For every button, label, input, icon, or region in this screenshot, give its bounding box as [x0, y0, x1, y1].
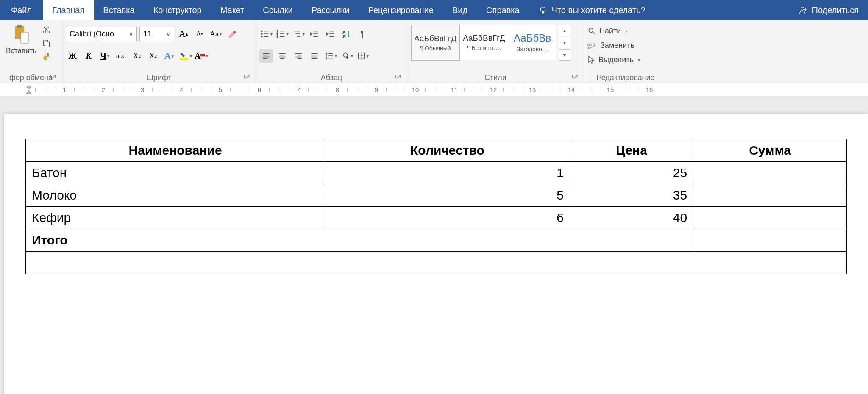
style-sample: АаБбВвГгД — [414, 34, 456, 43]
cell-name[interactable]: Батон — [26, 162, 325, 184]
cut-icon[interactable] — [41, 25, 52, 36]
highlight-button[interactable]: ▾ — [178, 49, 192, 63]
strikethrough-button[interactable]: abc — [114, 49, 128, 63]
svg-point-6 — [47, 31, 50, 33]
ribbon-tabs: Файл Главная Вставка Конструктор Макет С… — [0, 0, 868, 20]
tab-references[interactable]: Ссылки — [253, 0, 302, 20]
indent-marker-icon[interactable] — [25, 83, 34, 96]
table-row[interactable]: Кефир640 — [26, 207, 847, 229]
cursor-icon — [587, 55, 595, 64]
group-styles: АаБбВвГгД ¶ Обычный АаБбВвГгД ¶ Без инте… — [407, 20, 584, 83]
subscript-button[interactable]: X2 — [130, 49, 144, 63]
tab-review[interactable]: Рецензирование — [359, 0, 442, 20]
bold-button[interactable]: Ж — [66, 49, 79, 63]
bullets-button[interactable]: ▾ — [259, 27, 273, 41]
styles-expand[interactable]: ▾ — [559, 49, 570, 61]
replace-button[interactable]: abac Заменить — [587, 38, 634, 53]
text-effects-button[interactable]: A▾ — [162, 49, 176, 63]
italic-button[interactable]: К — [82, 49, 95, 63]
justify-button[interactable] — [308, 49, 321, 63]
share-icon — [798, 6, 808, 15]
cell-sum[interactable] — [693, 207, 847, 229]
align-left-button[interactable] — [259, 49, 273, 63]
chevron-down-icon: ∨ — [166, 31, 170, 37]
tab-insert[interactable]: Вставка — [94, 0, 144, 20]
table-row[interactable]: Молоко535 — [26, 184, 847, 207]
cell-price[interactable]: 25 — [570, 162, 693, 184]
page[interactable]: Наименование Количество Цена Сумма Батон… — [4, 114, 868, 394]
tab-mailings[interactable]: Рассылки — [302, 0, 359, 20]
style-no-spacing[interactable]: АаБбВвГгД ¶ Без инте… — [460, 25, 508, 60]
underline-button[interactable]: Ч▾ — [98, 49, 111, 63]
data-table[interactable]: Наименование Количество Цена Сумма Батон… — [25, 139, 847, 274]
clipboard-launcher-icon[interactable] — [50, 75, 57, 81]
superscript-button[interactable]: X2 — [146, 49, 160, 63]
cell-price[interactable]: 40 — [570, 207, 693, 229]
cell-qty[interactable]: 5 — [325, 184, 570, 207]
replace-icon: abac — [587, 42, 597, 49]
cell-name[interactable]: Кефир — [26, 207, 325, 229]
cell-sum[interactable] — [693, 162, 847, 184]
borders-button[interactable]: ▾ — [356, 49, 370, 63]
increase-indent-button[interactable] — [324, 27, 337, 41]
cell-price[interactable]: 35 — [570, 184, 693, 207]
cell-total-label[interactable]: Итого — [26, 229, 693, 252]
show-marks-button[interactable]: ¶ — [356, 27, 370, 41]
select-label: Выделить — [598, 55, 634, 64]
sort-button[interactable]: AЯ — [340, 27, 353, 41]
font-name-select[interactable]: Calibri (Осно ∨ — [66, 27, 137, 41]
cell-qty[interactable]: 1 — [325, 162, 570, 184]
share-label: Поделиться — [812, 6, 859, 15]
align-center-button[interactable] — [275, 49, 289, 63]
style-sample: АаБбВвГгД — [463, 33, 505, 43]
tab-view[interactable]: Вид — [443, 0, 477, 20]
style-normal[interactable]: АаБбВвГгД ¶ Обычный — [411, 25, 460, 61]
select-button[interactable]: Выделить▾ — [587, 53, 640, 67]
cell-name[interactable]: Молоко — [26, 184, 325, 207]
tab-design[interactable]: Конструктор — [144, 0, 211, 20]
change-case-button[interactable]: Aa▾ — [209, 27, 223, 41]
style-heading1[interactable]: АаБбВв Заголово… — [508, 25, 556, 60]
shading-button[interactable]: ▾ — [340, 49, 353, 63]
format-painter-icon[interactable] — [41, 52, 52, 63]
find-button[interactable]: Найти▾ — [587, 24, 627, 38]
cell-qty[interactable]: 6 — [325, 207, 570, 229]
font-color-button[interactable]: A▾ — [195, 49, 208, 63]
shrink-font-button[interactable]: A▾ — [193, 27, 206, 41]
decrease-indent-button[interactable] — [308, 27, 321, 41]
tell-me[interactable]: Что вы хотите сделать? — [529, 0, 655, 20]
cell-empty[interactable] — [26, 252, 847, 274]
table-empty-row[interactable] — [26, 252, 847, 274]
group-editing-label: Редактирование — [596, 73, 654, 82]
svg-point-12 — [261, 31, 262, 32]
styles-scroll-up[interactable]: ▴ — [559, 25, 570, 36]
tab-help[interactable]: Справка — [477, 0, 529, 20]
grow-font-button[interactable]: A▴ — [177, 27, 190, 41]
font-size-select[interactable]: 11 ∨ — [139, 27, 174, 41]
style-name: ¶ Обычный — [420, 45, 451, 52]
table-total-row[interactable]: Итого — [26, 229, 847, 252]
styles-launcher-icon[interactable] — [572, 75, 579, 81]
share-button[interactable]: Поделиться — [789, 0, 868, 20]
multilevel-button[interactable]: ▾ — [292, 27, 305, 41]
copy-icon[interactable] — [41, 38, 52, 49]
replace-label: Заменить — [600, 41, 634, 50]
ruler[interactable]: 12345678910111213141516 — [0, 83, 868, 97]
align-right-button[interactable] — [292, 49, 305, 63]
table-row[interactable]: Батон125 — [26, 162, 847, 184]
cell-sum[interactable] — [693, 184, 847, 207]
styles-scroll: ▴ ▾ ▾ — [559, 25, 570, 61]
numbering-button[interactable]: 123▾ — [275, 27, 289, 41]
tab-layout[interactable]: Макет — [211, 0, 254, 20]
paragraph-launcher-icon[interactable] — [395, 75, 402, 81]
paste-button[interactable]: Вставить — [3, 22, 39, 57]
cell-total-sum[interactable] — [693, 229, 847, 252]
svg-point-5 — [43, 31, 46, 33]
styles-scroll-down[interactable]: ▾ — [559, 37, 570, 48]
tab-file[interactable]: Файл — [0, 0, 43, 20]
tab-home[interactable]: Главная — [43, 0, 94, 20]
svg-rect-8 — [45, 42, 49, 47]
clear-formatting-button[interactable] — [225, 27, 239, 41]
font-launcher-icon[interactable] — [244, 75, 250, 81]
line-spacing-button[interactable]: ▾ — [324, 49, 337, 63]
